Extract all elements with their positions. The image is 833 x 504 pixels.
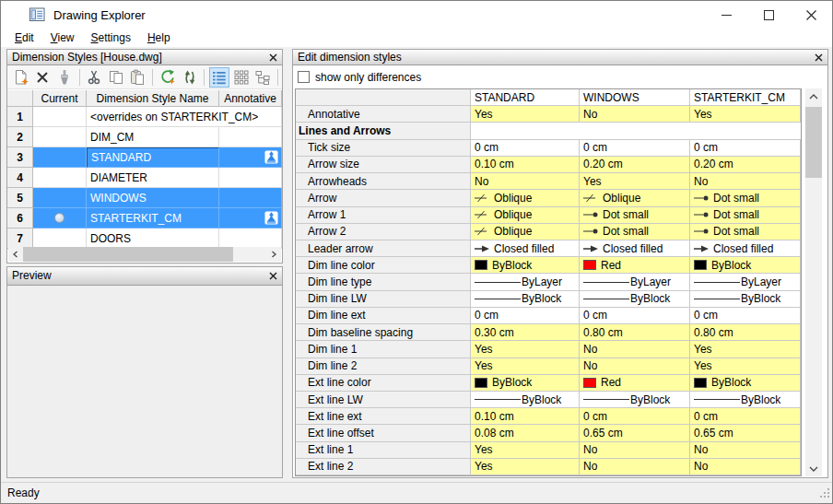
style-name-cell[interactable]: STARTERKIT_CM xyxy=(87,208,219,229)
property-value-cell[interactable]: ByBlock xyxy=(580,291,690,308)
current-style-radio[interactable] xyxy=(54,213,65,223)
close-icon[interactable] xyxy=(268,53,278,63)
property-value-cell[interactable]: Yes xyxy=(471,358,580,375)
dimstyle-row-1[interactable]: 1<overrides on STARTERKIT_CM> xyxy=(7,107,282,127)
current-cell[interactable] xyxy=(33,188,87,208)
vscroll-thumb[interactable] xyxy=(805,107,822,178)
property-value-cell[interactable]: 0 cm xyxy=(690,140,801,157)
property-value-cell[interactable]: Oblique xyxy=(471,224,580,240)
property-value-cell[interactable]: Dot small xyxy=(690,190,801,206)
regenerate-button[interactable] xyxy=(158,67,178,88)
minimize-button[interactable] xyxy=(705,1,747,29)
dimstyle-row-6[interactable]: 6STARTERKIT_CM xyxy=(7,208,282,229)
style-name-cell[interactable]: <overrides on STARTERKIT_CM> xyxy=(87,107,219,127)
style-name-cell[interactable]: STANDARD xyxy=(87,147,219,168)
property-value-cell[interactable]: No xyxy=(580,358,690,375)
style-name-cell[interactable]: WINDOWS xyxy=(87,188,219,208)
property-value-cell[interactable]: 0.20 cm xyxy=(690,157,801,173)
property-value-cell[interactable]: No xyxy=(690,173,801,190)
property-value-cell[interactable]: Yes xyxy=(690,341,801,357)
menu-settings[interactable]: Settings xyxy=(83,29,139,47)
current-cell[interactable] xyxy=(33,107,87,127)
property-value-cell[interactable]: Oblique xyxy=(580,190,690,206)
property-value-cell[interactable]: Yes xyxy=(690,106,801,123)
current-cell[interactable] xyxy=(33,208,87,229)
row-number[interactable]: 3 xyxy=(7,147,33,168)
property-value-cell[interactable]: No xyxy=(580,459,690,475)
property-value-cell[interactable]: ByBlock xyxy=(690,257,801,274)
property-value-cell[interactable]: Dot small xyxy=(580,207,690,224)
scroll-right-icon[interactable] xyxy=(266,247,281,262)
resize-grip[interactable] xyxy=(819,487,830,501)
menu-help[interactable]: Help xyxy=(139,29,179,47)
property-value-cell[interactable]: Yes xyxy=(580,173,690,190)
property-value-cell[interactable]: ByLayer xyxy=(690,274,801,290)
property-value-cell[interactable]: 0 cm xyxy=(580,308,690,324)
property-value-cell[interactable]: ByBlock xyxy=(690,375,801,392)
property-value-cell[interactable]: 0.80 cm xyxy=(580,324,690,341)
property-value-cell[interactable]: ByBlock xyxy=(580,392,690,408)
annotative-cell[interactable] xyxy=(219,188,282,208)
scroll-down-icon[interactable] xyxy=(805,461,822,476)
details-view-button[interactable] xyxy=(209,67,229,88)
property-value-cell[interactable]: ByBlock xyxy=(690,291,801,308)
property-value-cell[interactable]: Closed filled xyxy=(471,240,580,257)
property-value-cell[interactable]: 0.10 cm xyxy=(471,157,580,173)
property-value-cell[interactable]: Dot small xyxy=(580,224,690,240)
property-value-cell[interactable]: Closed filled xyxy=(580,240,690,257)
property-value-cell[interactable]: 0 cm xyxy=(690,308,801,324)
refresh-button[interactable] xyxy=(180,67,200,88)
scroll-left-icon[interactable] xyxy=(8,247,23,262)
property-value-cell[interactable]: 0.10 cm xyxy=(471,408,580,425)
close-button[interactable] xyxy=(790,1,832,29)
property-value-cell[interactable]: 0 cm xyxy=(580,408,690,425)
row-number[interactable]: 2 xyxy=(7,127,33,147)
property-value-cell[interactable]: Red xyxy=(580,375,690,392)
property-value-cell[interactable]: ByBlock xyxy=(471,392,580,408)
property-value-cell[interactable]: 0 cm xyxy=(690,408,801,425)
property-value-cell[interactable]: 0.65 cm xyxy=(580,425,690,441)
property-value-cell[interactable]: 0.65 cm xyxy=(690,425,801,441)
row-number[interactable]: 4 xyxy=(7,168,33,188)
property-value-cell[interactable]: 0 cm xyxy=(471,308,580,324)
close-icon[interactable] xyxy=(268,271,278,281)
row-number[interactable]: 7 xyxy=(7,229,33,249)
property-value-cell[interactable]: No xyxy=(471,173,580,190)
property-value-cell[interactable]: 0.80 cm xyxy=(690,324,801,341)
property-value-cell[interactable]: 0.20 cm xyxy=(580,157,690,173)
property-value-cell[interactable]: ByLayer xyxy=(471,274,580,290)
current-cell[interactable] xyxy=(33,147,87,168)
horizontal-scrollbar[interactable] xyxy=(8,247,281,262)
maximize-button[interactable] xyxy=(747,1,790,29)
property-value-cell[interactable]: Yes xyxy=(471,459,580,475)
purge-button[interactable] xyxy=(54,67,75,88)
current-cell[interactable] xyxy=(33,168,87,188)
annotative-cell[interactable] xyxy=(219,127,282,147)
style-name-cell[interactable]: DOORS xyxy=(87,229,219,249)
property-value-cell[interactable]: Red xyxy=(580,257,690,274)
property-value-cell[interactable]: 0 cm xyxy=(471,140,580,157)
property-value-cell[interactable]: Yes xyxy=(471,442,580,459)
menu-edit[interactable]: Edit xyxy=(6,29,42,47)
property-value-cell[interactable]: 0 cm xyxy=(580,140,690,157)
current-cell[interactable] xyxy=(33,127,87,147)
property-value-cell[interactable]: 0.08 cm xyxy=(471,425,580,441)
annotative-cell[interactable] xyxy=(219,168,282,188)
row-number[interactable]: 6 xyxy=(7,208,33,229)
annotative-cell[interactable] xyxy=(219,208,282,229)
close-icon[interactable] xyxy=(814,53,824,63)
style-name-cell[interactable]: DIAMETER xyxy=(87,168,219,188)
property-value-cell[interactable]: ByBlock xyxy=(471,257,580,274)
property-value-cell[interactable]: 0.30 cm xyxy=(471,324,580,341)
dimstyle-row-2[interactable]: 2DIM_CM xyxy=(7,127,282,147)
delete-button[interactable] xyxy=(33,67,53,88)
property-value-cell[interactable]: No xyxy=(580,106,690,123)
property-value-cell[interactable]: Dot small xyxy=(690,207,801,224)
current-cell[interactable] xyxy=(33,229,87,249)
tree-view-button[interactable] xyxy=(252,67,273,88)
property-value-cell[interactable]: Yes xyxy=(471,341,580,357)
property-value-cell[interactable]: ByBlock xyxy=(690,392,801,408)
row-number[interactable]: 5 xyxy=(7,188,33,208)
property-value-cell[interactable]: Yes xyxy=(690,358,801,375)
annotative-cell[interactable] xyxy=(219,229,282,249)
